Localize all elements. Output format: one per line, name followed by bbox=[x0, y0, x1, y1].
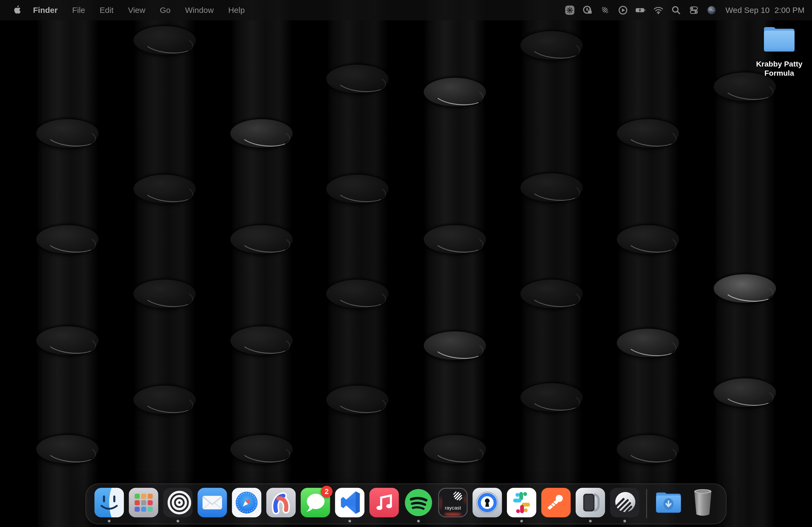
running-indicator bbox=[417, 520, 420, 523]
desktop-folder-krabby-patty-formula[interactable]: Krabby Patty Formula bbox=[751, 25, 807, 78]
battery-charging-icon[interactable] bbox=[635, 5, 646, 16]
cylinder-cap bbox=[326, 280, 389, 308]
safari-icon bbox=[232, 488, 262, 517]
orbstack-icon bbox=[163, 488, 193, 517]
desktop-folder-label: Krabby Patty Formula bbox=[752, 60, 806, 78]
menu-view[interactable]: View bbox=[121, 6, 153, 15]
running-indicator bbox=[349, 520, 351, 523]
onepassword-icon bbox=[473, 488, 502, 517]
clock-date: Wed Sep 10 bbox=[726, 6, 770, 15]
running-indicator bbox=[667, 520, 670, 523]
dock-item-vscode[interactable] bbox=[333, 488, 367, 523]
siri-icon[interactable] bbox=[706, 5, 717, 16]
dock-item-trash[interactable] bbox=[686, 488, 720, 523]
running-indicator bbox=[452, 520, 454, 523]
wallpaper-cylinder-column bbox=[424, 0, 486, 527]
running-indicator bbox=[245, 520, 248, 523]
cylinder-cap bbox=[617, 435, 679, 463]
wallpaper-cylinder-column bbox=[326, 0, 389, 527]
dock-item-linear[interactable] bbox=[608, 488, 642, 523]
running-indicator bbox=[486, 520, 489, 523]
cylinder-cap bbox=[424, 435, 486, 463]
wallpaper-cylinder-column bbox=[133, 0, 196, 527]
dock-item-finder[interactable] bbox=[92, 488, 127, 523]
running-indicator bbox=[211, 520, 214, 523]
notification-badge: 2 bbox=[321, 486, 333, 497]
cylinder-cap bbox=[36, 119, 99, 148]
dock-item-spotify[interactable] bbox=[402, 488, 436, 523]
cylinder-cap bbox=[230, 326, 293, 355]
cylinder-cap bbox=[133, 386, 196, 414]
iphone-mirroring-icon bbox=[576, 488, 605, 517]
menu-bar-left: FinderFileEditViewGoWindowHelp bbox=[0, 5, 252, 16]
folder-icon bbox=[762, 25, 796, 52]
cylinder-cap bbox=[36, 225, 99, 254]
wallpaper-cylinder-column bbox=[617, 0, 679, 527]
postman-icon bbox=[541, 488, 571, 517]
now-playing-icon[interactable] bbox=[618, 5, 628, 16]
apple-menu[interactable] bbox=[9, 5, 26, 16]
running-indicator bbox=[177, 520, 179, 523]
wallpaper-cylinder-column bbox=[36, 0, 99, 527]
dock-item-raycast[interactable]: raycast bbox=[436, 488, 470, 523]
running-indicator bbox=[108, 520, 111, 523]
running-indicator bbox=[142, 520, 145, 523]
cylinder-cap bbox=[520, 383, 583, 412]
running-indicator bbox=[314, 520, 317, 523]
dock-item-downloads[interactable] bbox=[651, 488, 686, 523]
dock-item-arc[interactable] bbox=[264, 488, 298, 523]
spotify-icon bbox=[404, 488, 433, 517]
1password-locked-icon[interactable] bbox=[582, 5, 593, 16]
running-indicator bbox=[383, 520, 386, 523]
cylinder-cap bbox=[714, 378, 776, 407]
menu-finder[interactable]: Finder bbox=[26, 6, 65, 15]
cylinder-cap bbox=[617, 329, 679, 357]
cylinder-cap bbox=[326, 65, 389, 93]
cylinder-cap bbox=[520, 174, 583, 202]
raycast-icon: raycast bbox=[438, 488, 468, 517]
music-icon bbox=[369, 488, 399, 517]
dock-item-iphone-mirroring[interactable] bbox=[573, 488, 608, 523]
vscode-icon bbox=[335, 488, 365, 517]
dock-apps: 2raycast bbox=[92, 488, 642, 523]
dock-item-launchpad[interactable] bbox=[127, 488, 161, 523]
menu-help[interactable]: Help bbox=[221, 6, 252, 15]
running-indicator bbox=[702, 520, 704, 523]
dock-item-slack[interactable] bbox=[505, 488, 539, 523]
cylinder-cap bbox=[230, 435, 293, 463]
raycast-menu-icon[interactable] bbox=[600, 5, 611, 16]
dock-separator bbox=[646, 489, 647, 518]
cylinder-cap bbox=[133, 26, 196, 55]
wifi-icon[interactable] bbox=[653, 5, 664, 16]
desktop-wallpaper bbox=[0, 0, 812, 527]
dock-item-messages[interactable]: 2 bbox=[298, 488, 333, 523]
running-indicator bbox=[589, 520, 592, 523]
cylinder-cap bbox=[36, 326, 99, 355]
running-indicator bbox=[520, 520, 523, 523]
dock-item-safari[interactable] bbox=[230, 488, 264, 523]
svg-text:raycast: raycast bbox=[445, 505, 461, 511]
dock-shortcuts bbox=[651, 488, 720, 523]
control-center-icon[interactable] bbox=[688, 5, 699, 16]
menu-edit[interactable]: Edit bbox=[92, 6, 121, 15]
dock-item-mail[interactable] bbox=[195, 488, 230, 523]
wallpaper-cylinder-column bbox=[520, 0, 583, 527]
clock-time: 2:00 PM bbox=[774, 6, 804, 15]
menu-file[interactable]: File bbox=[65, 6, 92, 15]
menu-bar-clock[interactable]: Wed Sep 10 2:00 PM bbox=[726, 6, 804, 15]
dock-item-orbstack[interactable] bbox=[161, 488, 195, 523]
dock-item-onepassword[interactable] bbox=[470, 488, 505, 523]
sunburst-utility-icon[interactable] bbox=[564, 5, 575, 16]
apple-logo-icon bbox=[13, 5, 22, 16]
macos-desktop: FinderFileEditViewGoWindowHelp bbox=[0, 0, 812, 527]
dock-item-music[interactable] bbox=[367, 488, 402, 523]
menu-go[interactable]: Go bbox=[153, 6, 178, 15]
menu-window[interactable]: Window bbox=[178, 6, 221, 15]
spotlight-search-icon[interactable] bbox=[671, 5, 682, 16]
launchpad-icon bbox=[129, 488, 158, 517]
cylinder-cap bbox=[326, 175, 389, 203]
cylinder-cap bbox=[617, 225, 679, 254]
dock-item-postman[interactable] bbox=[539, 488, 573, 523]
slack-icon bbox=[507, 488, 536, 517]
cylinder-cap bbox=[36, 435, 99, 463]
